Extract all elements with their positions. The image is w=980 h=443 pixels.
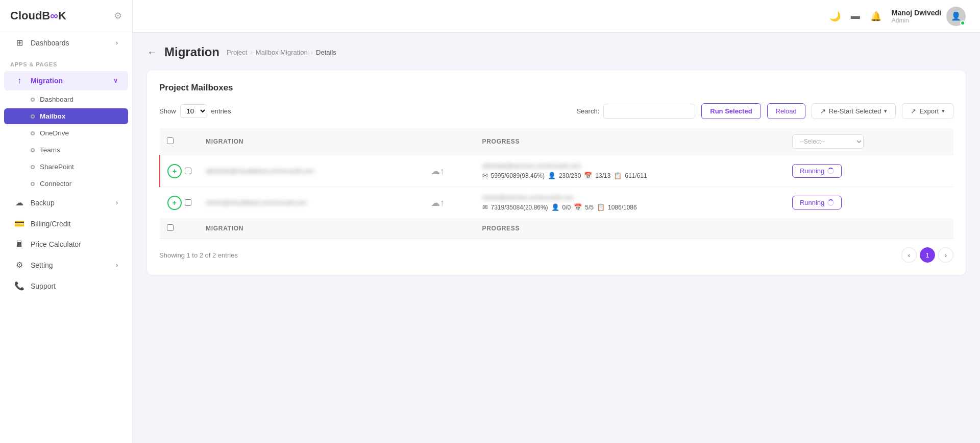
th-status-select: --Select-- Running Completed Failed: [785, 128, 953, 155]
sidebar-sub-item-dashboard[interactable]: Dashboard: [4, 91, 128, 107]
dot-icon: [31, 98, 35, 102]
table-footer: Showing 1 to 2 of 2 entries ‹ 1 ›: [159, 247, 953, 263]
progress-tasks-value: 611/611: [625, 172, 647, 179]
chevron-down-icon: ∨: [113, 77, 118, 84]
sidebar-item-support[interactable]: 📞 Support: [4, 276, 128, 296]
sidebar-item-migration[interactable]: ↑ Migration ∨: [4, 71, 128, 90]
page-header: ← Migration Project › Mailbox Migration …: [147, 45, 966, 59]
from-email-text-2: Admin@cloudbktest.onmicrosoft.com: [206, 199, 416, 206]
sidebar-sub-item-connector[interactable]: Connector: [4, 176, 128, 192]
dark-mode-icon[interactable]: 🌙: [829, 11, 841, 22]
page-1-button[interactable]: 1: [920, 247, 935, 263]
spinner-icon: [827, 168, 834, 174]
run-selected-button[interactable]: Run Selected: [701, 103, 761, 119]
th-arrow: [424, 128, 475, 155]
chevron-right-icon: ›: [116, 262, 118, 269]
contact-icon-2: 👤: [551, 203, 559, 211]
user-role: Admin: [892, 17, 941, 24]
row-expand-button-2[interactable]: +: [167, 196, 182, 210]
progress-contacts-value-2: 0/0: [562, 204, 571, 211]
entries-label: entries: [211, 107, 231, 115]
export-button[interactable]: ↗ Export ▾: [902, 103, 953, 119]
row-expand-button[interactable]: +: [167, 164, 182, 178]
status-filter-select[interactable]: --Select-- Running Completed Failed: [792, 134, 864, 149]
next-page-button[interactable]: ›: [938, 247, 953, 263]
page-number: 1: [925, 251, 929, 259]
sidebar-item-label: Backup: [31, 199, 55, 207]
th-arrow-footer: [424, 218, 475, 239]
sidebar-sub-label: OneDrive: [40, 129, 69, 137]
td-row-action: +: [160, 155, 199, 187]
status-badge-running: Running: [792, 164, 842, 178]
online-indicator: [960, 20, 965, 26]
progress-calendar-value-2: 5/5: [585, 204, 594, 211]
dot-icon: [31, 114, 35, 119]
cloud-upload-icon-2: ☁↑: [431, 198, 445, 208]
dot-icon: [31, 148, 35, 152]
sidebar-item-price-calculator[interactable]: 🖩 Price Calculator: [4, 235, 128, 254]
entries-select[interactable]: 10 25 50: [180, 104, 207, 118]
settings-icon[interactable]: ⚙: [114, 10, 122, 21]
sidebar-sub-item-sharepoint[interactable]: SharePoint: [4, 159, 128, 175]
app-logo: CloudB∞K: [10, 9, 66, 22]
avatar-wrapper[interactable]: 👤: [946, 7, 966, 26]
sidebar-item-setting[interactable]: ⚙ Setting ›: [4, 255, 128, 275]
support-icon: 📞: [14, 281, 24, 291]
row-checkbox-2[interactable]: [185, 199, 191, 206]
sidebar-item-dashboards[interactable]: ⊞ Dashboards ›: [4, 33, 128, 53]
notification-icon[interactable]: 🔔: [870, 11, 881, 22]
th-progress-footer: PROGRESS: [475, 218, 785, 239]
sidebar-item-label: Billing/Credit: [31, 220, 71, 228]
sidebar-item-backup[interactable]: ☁ Backup ›: [4, 193, 128, 213]
restart-selected-button[interactable]: ↗ Re-Start Selected ▾: [812, 103, 896, 119]
reload-label: Reload: [776, 107, 797, 115]
main-content: 🌙 ▬ 🔔 Manoj Dwivedi Admin 👤 ← Migration …: [133, 0, 980, 443]
row-checkbox[interactable]: [185, 168, 191, 174]
td-progress-1: abhishek@wormex.onmicrosoft.com ✉ 5995/6…: [475, 155, 785, 187]
sidebar-item-label: Support: [31, 282, 56, 290]
progress-email-row: ✉ 5995/6089(98.46%) 👤 230/230 📅 13/13 📋 …: [482, 172, 778, 179]
sidebar-logo: CloudB∞K ⚙: [0, 0, 132, 32]
calendar-icon: 📅: [584, 172, 592, 179]
prev-page-button[interactable]: ‹: [901, 247, 917, 263]
sidebar: CloudB∞K ⚙ ⊞ Dashboards › APPS & PAGES ↑…: [0, 0, 133, 443]
export-label: Export: [919, 107, 939, 115]
breadcrumb-project[interactable]: Project: [227, 49, 247, 56]
select-all-checkbox-footer[interactable]: [167, 224, 174, 231]
table-footer-row: MIGRATION PROGRESS: [160, 218, 953, 239]
mailboxes-card: Project Mailboxes Show 10 25 50 entries …: [147, 71, 966, 275]
sidebar-item-label: Setting: [31, 261, 53, 269]
setting-icon: ⚙: [14, 260, 24, 270]
select-all-checkbox[interactable]: [167, 137, 174, 144]
sidebar-sub-label: Mailbox: [40, 112, 65, 120]
sidebar-sub-item-teams[interactable]: Teams: [4, 142, 128, 158]
breadcrumb-current: Details: [316, 49, 336, 56]
sidebar-item-label: Price Calculator: [31, 240, 81, 248]
sidebar-sub-label: Connector: [40, 180, 71, 188]
sidebar-sub-item-mailbox[interactable]: Mailbox: [4, 108, 128, 124]
back-button[interactable]: ←: [147, 46, 157, 58]
search-group: Search:: [576, 104, 695, 119]
breadcrumb-mailbox-migration[interactable]: Mailbox Migration: [256, 49, 308, 56]
sidebar-item-label: Migration: [31, 77, 63, 85]
table-toolbar: Show 10 25 50 entries Search: Run Select…: [159, 103, 953, 119]
tasks-icon-2: 📋: [597, 203, 605, 211]
sidebar-sub-label: SharePoint: [40, 163, 74, 171]
th-migration: MIGRATION: [199, 128, 424, 155]
progress-email-value-2: 7319/35084(20.86%): [491, 204, 548, 211]
show-entries-group: Show 10 25 50 entries: [159, 104, 231, 118]
layout-icon[interactable]: ▬: [851, 11, 860, 21]
run-selected-label: Run Selected: [710, 107, 752, 115]
pagination: ‹ 1 ›: [901, 247, 953, 263]
reload-button[interactable]: Reload: [767, 103, 805, 119]
td-migration-arrow-2: ☁↑: [424, 187, 475, 219]
th-migration-footer: MIGRATION: [199, 218, 424, 239]
sidebar-sub-item-onedrive[interactable]: OneDrive: [4, 125, 128, 141]
search-input[interactable]: [603, 104, 695, 119]
th-select-all-footer: [160, 218, 199, 239]
sidebar-item-billing[interactable]: 💳 Billing/Credit: [4, 214, 128, 234]
dot-icon: [31, 182, 35, 186]
cloud-upload-icon: ☁↑: [431, 166, 445, 176]
email-icon-2: ✉: [482, 203, 488, 211]
th-select-all: [160, 128, 199, 155]
